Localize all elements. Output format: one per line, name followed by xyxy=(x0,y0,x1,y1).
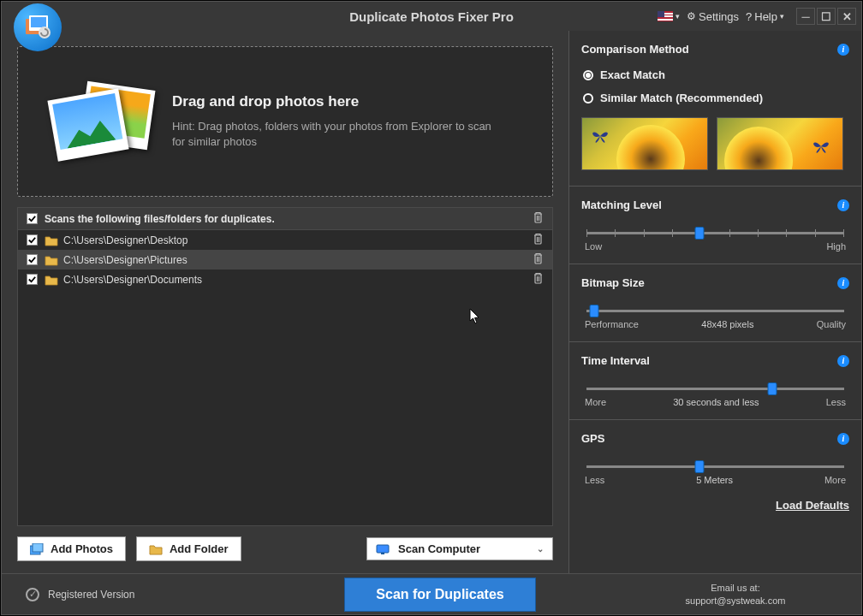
folder-list: Scans the following files/folders for du… xyxy=(17,207,553,526)
time-interval-slider[interactable] xyxy=(586,388,844,390)
list-item[interactable]: C:\Users\Designer\Documents xyxy=(18,270,552,289)
row-checkbox[interactable] xyxy=(27,274,38,285)
matching-level-slider[interactable] xyxy=(586,232,844,234)
slider-thumb[interactable] xyxy=(695,227,705,240)
list-header: Scans the following files/folders for du… xyxy=(18,208,552,230)
info-icon[interactable]: i xyxy=(837,44,849,56)
load-defaults-link[interactable]: Load Defaults xyxy=(581,499,849,512)
support-email[interactable]: support@systweak.com xyxy=(622,595,849,607)
time-interval-header: Time Intervali xyxy=(581,349,849,370)
maximize-button[interactable]: ☐ xyxy=(817,8,836,25)
help-dropdown[interactable]: ? Help ▾ xyxy=(746,10,784,23)
list-item[interactable]: C:\Users\Designer\Desktop xyxy=(18,230,552,250)
scan-duplicates-button[interactable]: Scan for Duplicates xyxy=(344,578,535,612)
gps-slider[interactable] xyxy=(586,465,844,468)
folder-path: C:\Users\Designer\Documents xyxy=(63,274,202,286)
bitmap-size-header: Bitmap Sizei xyxy=(581,271,849,293)
folder-path: C:\Users\Designer\Desktop xyxy=(63,234,187,246)
radio-off-icon xyxy=(583,93,593,104)
photos-icon xyxy=(42,70,153,173)
delete-icon[interactable] xyxy=(533,272,544,287)
chevron-down-icon: ⌄ xyxy=(537,544,544,554)
gps-header: GPSi xyxy=(581,427,849,448)
app-title: Duplicate Photos Fixer Pro xyxy=(349,9,514,24)
radio-on-icon xyxy=(583,70,593,80)
info-icon[interactable]: i xyxy=(837,199,849,211)
similar-match-radio[interactable]: Similar Match (Recommended) xyxy=(581,89,849,107)
dropzone-hint: Hint: Drag photos, folders with your pho… xyxy=(172,119,497,150)
dropzone-title: Drag and drop photos here xyxy=(172,93,497,110)
minimize-button[interactable]: ─ xyxy=(796,8,815,25)
close-button[interactable]: ✕ xyxy=(837,8,856,25)
chevron-down-icon: ▾ xyxy=(780,12,784,21)
folder-icon xyxy=(149,543,163,555)
info-icon[interactable]: i xyxy=(837,277,849,289)
slider-thumb[interactable] xyxy=(695,460,705,473)
side-panel: Comparison Methodi Exact Match Similar M… xyxy=(568,31,861,573)
sample-thumbnail xyxy=(717,117,843,170)
delete-all-icon[interactable] xyxy=(533,211,544,226)
select-all-checkbox[interactable] xyxy=(27,213,38,224)
bitmap-size-slider[interactable] xyxy=(586,310,844,312)
svg-rect-2 xyxy=(31,17,46,27)
titlebar: Duplicate Photos Fixer Pro ▾ ⚙ Settings … xyxy=(2,2,861,31)
exact-match-radio[interactable]: Exact Match xyxy=(581,66,849,84)
chevron-down-icon: ▾ xyxy=(676,12,680,21)
sample-thumbnail xyxy=(581,117,708,170)
settings-button[interactable]: ⚙ Settings xyxy=(687,10,739,23)
help-icon: ? xyxy=(746,10,752,23)
add-folder-button[interactable]: Add Folder xyxy=(136,536,241,561)
footer: ✓ Registered Version Scan for Duplicates… xyxy=(2,573,861,614)
gear-icon: ⚙ xyxy=(687,10,696,22)
scan-target-select[interactable]: Scan Computer ⌄ xyxy=(366,537,553,560)
slider-thumb[interactable] xyxy=(767,382,777,395)
row-checkbox[interactable] xyxy=(27,254,38,265)
matching-level-header: Matching Leveli xyxy=(581,193,849,215)
svg-rect-7 xyxy=(381,553,384,554)
app-logo xyxy=(14,3,62,51)
svg-rect-5 xyxy=(33,543,43,552)
info-icon[interactable]: i xyxy=(837,355,849,367)
svg-rect-6 xyxy=(377,545,389,553)
photos-icon xyxy=(30,543,44,555)
drop-zone[interactable]: Drag and drop photos here Hint: Drag pho… xyxy=(17,46,553,197)
comparison-header: Comparison Methodi xyxy=(581,41,849,61)
language-dropdown[interactable]: ▾ xyxy=(658,11,680,21)
folder-icon xyxy=(45,234,58,246)
folder-path: C:\Users\Designer\Pictures xyxy=(63,254,187,266)
email-label: Email us at: xyxy=(622,582,849,594)
delete-icon[interactable] xyxy=(533,252,544,267)
monitor-icon xyxy=(376,544,390,554)
info-icon[interactable]: i xyxy=(837,433,849,445)
delete-icon[interactable] xyxy=(533,233,544,247)
row-checkbox[interactable] xyxy=(27,234,38,246)
slider-thumb[interactable] xyxy=(590,305,599,317)
folder-icon xyxy=(45,254,58,266)
add-photos-button[interactable]: Add Photos xyxy=(17,536,126,561)
registered-icon: ✓ xyxy=(26,588,39,601)
list-item[interactable]: C:\Users\Designer\Pictures xyxy=(18,250,552,270)
folder-icon xyxy=(45,274,58,286)
registered-label: Registered Version xyxy=(48,589,134,601)
flag-icon xyxy=(658,11,673,21)
